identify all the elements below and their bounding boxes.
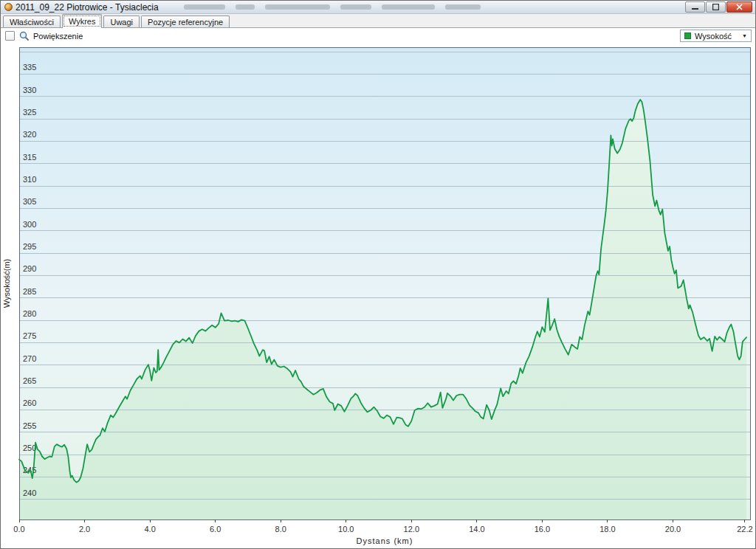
close-button[interactable]	[726, 1, 752, 13]
minimize-button[interactable]	[685, 1, 705, 13]
svg-text:290: 290	[23, 264, 36, 273]
svg-text:18.0: 18.0	[599, 525, 615, 534]
svg-text:0.0: 0.0	[13, 525, 24, 534]
svg-text:8.0: 8.0	[275, 525, 286, 534]
chart-region: 2402452502552602652702752802852902953003…	[1, 44, 755, 549]
svg-text:22.2: 22.2	[737, 525, 752, 534]
svg-text:6.0: 6.0	[210, 525, 221, 534]
gridlines	[19, 52, 750, 500]
close-icon	[736, 4, 743, 10]
legend-series-swatch	[684, 32, 691, 39]
elevation-chart[interactable]: 2402452502552602652702752802852902953003…	[1, 44, 756, 549]
svg-text:14.0: 14.0	[469, 525, 484, 534]
tab-wykres[interactable]: Wykres	[62, 14, 103, 28]
x-axis-title: Dystans (km)	[357, 536, 413, 545]
maximize-icon	[712, 4, 719, 10]
svg-text:285: 285	[23, 287, 36, 296]
svg-text:335: 335	[23, 63, 36, 72]
app-window: 2011_09_22 Piotrowice - Tysiaclecia Właś…	[0, 0, 756, 549]
svg-text:295: 295	[23, 242, 36, 251]
svg-text:20.0: 20.0	[665, 525, 681, 534]
svg-text:16.0: 16.0	[535, 525, 550, 534]
chevron-down-icon: ▼	[742, 33, 747, 38]
magnifier-icon	[19, 31, 30, 41]
redacted-text-blur	[184, 4, 481, 10]
title-bar: 2011_09_22 Piotrowice - Tysiaclecia	[1, 1, 755, 14]
svg-text:4.0: 4.0	[144, 525, 155, 534]
svg-text:310: 310	[23, 175, 36, 184]
tab-uwagi[interactable]: Uwagi	[103, 15, 140, 27]
window-title: 2011_09_22 Piotrowice - Tysiaclecia	[16, 2, 159, 13]
maximize-button[interactable]	[706, 1, 726, 13]
svg-text:240: 240	[23, 488, 36, 497]
x-axis-ticks: 0.02.04.06.08.010.012.014.016.018.020.02…	[13, 519, 752, 534]
legend-series-label: Wysokość	[695, 32, 732, 41]
app-icon	[4, 3, 13, 11]
y-axis-title: Wysokość(m)	[2, 259, 11, 308]
zoom-checkbox[interactable]	[5, 31, 15, 41]
svg-text:320: 320	[23, 130, 36, 139]
svg-text:265: 265	[23, 376, 36, 385]
chart-toolbar: Powiększenie Wysokość ▼	[1, 28, 755, 44]
svg-text:255: 255	[23, 421, 36, 430]
svg-text:325: 325	[23, 108, 36, 117]
zoom-checkbox-label: Powiększenie	[33, 32, 83, 41]
minimize-icon	[692, 4, 698, 10]
svg-text:315: 315	[23, 153, 36, 162]
svg-text:10.0: 10.0	[338, 525, 354, 534]
svg-text:280: 280	[23, 309, 36, 318]
tab-pozycje-referencyjne[interactable]: Pozycje referencyjne	[141, 15, 230, 27]
svg-text:330: 330	[23, 86, 36, 94]
svg-text:300: 300	[23, 220, 36, 229]
tab-strip: Właściwości Wykres Uwagi Pozycje referen…	[1, 14, 755, 28]
svg-text:260: 260	[23, 398, 36, 407]
svg-text:2.0: 2.0	[79, 525, 90, 534]
svg-text:275: 275	[23, 331, 36, 340]
svg-text:12.0: 12.0	[404, 525, 419, 534]
tab-wlasciwosci[interactable]: Właściwości	[3, 15, 61, 27]
svg-text:270: 270	[23, 354, 36, 363]
legend-dropdown[interactable]: Wysokość ▼	[680, 30, 752, 42]
svg-text:305: 305	[23, 197, 36, 206]
